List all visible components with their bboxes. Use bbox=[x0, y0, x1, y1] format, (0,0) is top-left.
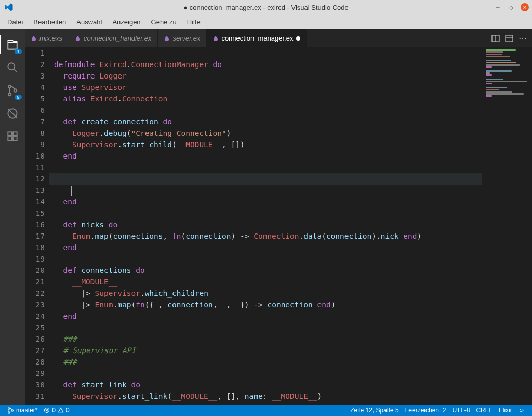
titlebar: ● connection_manager.ex - exircd - Visua… bbox=[0, 0, 532, 15]
tab-bar: mix.exs connection_handler.ex server.ex … bbox=[25, 29, 532, 47]
status-language[interactable]: Elixir bbox=[496, 407, 515, 414]
menu-file[interactable]: Datei bbox=[3, 17, 27, 27]
minimize-button[interactable]: ─ bbox=[494, 3, 502, 11]
activity-bar: 1 9 bbox=[0, 29, 25, 405]
svg-point-12 bbox=[8, 411, 10, 413]
tab-label: server.ex bbox=[172, 34, 200, 42]
main-area: 1 9 mix.exs connection_handler.ex bbox=[0, 29, 532, 405]
window-title: ● connection_manager.ex - exircd - Visua… bbox=[183, 4, 349, 11]
menu-selection[interactable]: Auswahl bbox=[72, 17, 106, 27]
tab-label: connection_handler.ex bbox=[84, 34, 151, 42]
activity-debug[interactable] bbox=[0, 102, 25, 125]
editor-area: mix.exs connection_handler.ex server.ex … bbox=[25, 29, 532, 405]
menu-view[interactable]: Anzeigen bbox=[108, 17, 144, 27]
menu-help[interactable]: Hilfe bbox=[183, 17, 205, 27]
svg-rect-6 bbox=[13, 132, 17, 136]
minimap[interactable] bbox=[482, 47, 532, 405]
svg-point-3 bbox=[14, 89, 17, 92]
code-content[interactable]: defmodule Exircd.ConnectionManager do re… bbox=[54, 47, 482, 405]
status-encoding[interactable]: UTF-8 bbox=[449, 407, 473, 414]
activity-search[interactable] bbox=[0, 56, 25, 79]
menu-edit[interactable]: Bearbeiten bbox=[29, 17, 70, 27]
svg-rect-5 bbox=[8, 132, 12, 136]
status-feedback-icon[interactable]: ☺ bbox=[515, 407, 528, 414]
tab-label: mix.exs bbox=[39, 34, 62, 42]
tab-actions: ⋯ bbox=[486, 29, 532, 47]
editor-layout-icon[interactable] bbox=[505, 34, 513, 43]
activity-explorer[interactable]: 1 bbox=[0, 33, 25, 56]
activity-scm[interactable]: 9 bbox=[0, 79, 25, 102]
status-bar: master* 0 0 Zeile 12, Spalte 5 Leerzeich… bbox=[0, 405, 532, 416]
split-editor-icon[interactable] bbox=[491, 34, 500, 43]
scm-badge: 9 bbox=[15, 95, 22, 100]
explorer-badge: 1 bbox=[15, 49, 22, 54]
svg-point-2 bbox=[8, 93, 11, 96]
tab-server[interactable]: server.ex bbox=[158, 29, 207, 47]
editor-split: 1 2 3 4 5 6 7 8 9 10 11 12 13 14 15 16 1… bbox=[25, 47, 532, 405]
tab-mix-exs[interactable]: mix.exs bbox=[25, 29, 69, 47]
line-number-gutter: 1 2 3 4 5 6 7 8 9 10 11 12 13 14 15 16 1… bbox=[25, 47, 54, 405]
svg-point-13 bbox=[11, 409, 13, 411]
maximize-button[interactable]: ◇ bbox=[507, 3, 515, 11]
menu-go[interactable]: Gehe zu bbox=[147, 17, 181, 27]
svg-rect-10 bbox=[506, 35, 513, 42]
svg-rect-8 bbox=[13, 137, 17, 141]
status-cursor-position[interactable]: Zeile 12, Spalte 5 bbox=[347, 407, 402, 414]
svg-point-11 bbox=[8, 407, 10, 409]
tab-connection-handler[interactable]: connection_handler.ex bbox=[69, 29, 158, 47]
window-controls: ─ ◇ ✕ bbox=[494, 3, 529, 11]
tab-label: connection_manager.ex bbox=[221, 34, 293, 42]
dirty-indicator-icon bbox=[296, 36, 300, 41]
svg-point-0 bbox=[8, 63, 15, 70]
status-indentation[interactable]: Leerzeichen: 2 bbox=[402, 407, 449, 414]
svg-point-1 bbox=[8, 85, 11, 88]
code-editor[interactable]: 1 2 3 4 5 6 7 8 9 10 11 12 13 14 15 16 1… bbox=[25, 47, 482, 405]
status-problems[interactable]: 0 0 bbox=[41, 407, 72, 414]
more-actions-icon[interactable]: ⋯ bbox=[518, 33, 527, 43]
status-branch[interactable]: master* bbox=[4, 407, 41, 414]
vscode-logo-icon bbox=[4, 3, 14, 12]
menubar: Datei Bearbeiten Auswahl Anzeigen Gehe z… bbox=[0, 15, 532, 29]
tab-connection-manager[interactable]: connection_manager.ex bbox=[207, 29, 307, 47]
activity-extensions[interactable] bbox=[0, 125, 25, 148]
status-eol[interactable]: CRLF bbox=[473, 407, 495, 414]
svg-rect-7 bbox=[8, 137, 12, 141]
close-button[interactable]: ✕ bbox=[521, 3, 529, 11]
